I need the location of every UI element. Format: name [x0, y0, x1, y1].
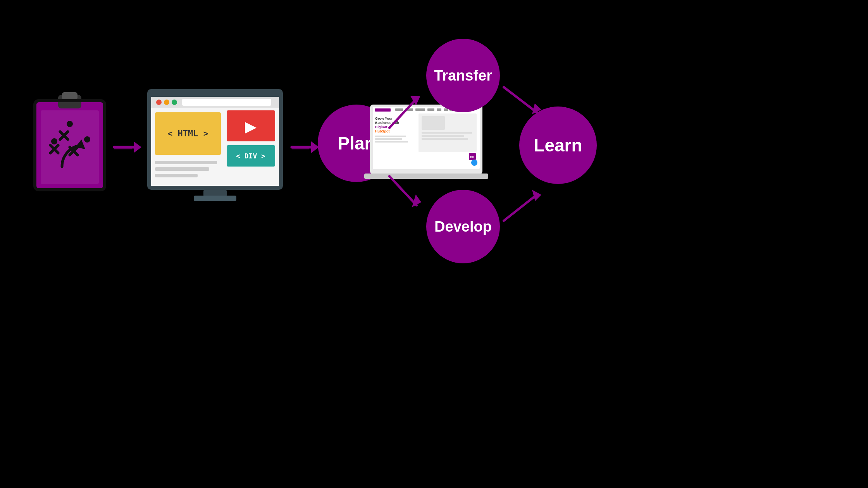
svg-rect-44	[437, 108, 441, 111]
arrow-transfer-to-learn	[498, 76, 548, 122]
svg-marker-67	[532, 190, 541, 201]
svg-rect-17	[194, 196, 236, 201]
arrow-develop-to-learn	[498, 184, 548, 230]
svg-rect-54	[375, 138, 402, 140]
develop-label: Develop	[434, 218, 492, 235]
arrow-plan-to-transfer	[382, 89, 432, 136]
svg-text:DK: DK	[470, 155, 475, 159]
svg-point-12	[67, 121, 73, 127]
clipboard-illustration	[31, 89, 108, 194]
learn-label: Learn	[534, 135, 582, 156]
arrow-1	[112, 132, 143, 163]
svg-rect-60	[422, 138, 468, 140]
arrow-plan-to-develop	[382, 167, 432, 213]
svg-text:< HTML >: < HTML >	[167, 129, 208, 138]
svg-rect-27	[155, 161, 217, 164]
svg-point-63	[471, 160, 477, 166]
monitor-illustration: < HTML > < DIV >	[143, 85, 287, 209]
svg-point-13	[84, 136, 90, 143]
svg-text:< DIV >: < DIV >	[236, 152, 265, 160]
svg-rect-53	[375, 136, 406, 137]
svg-rect-29	[155, 174, 198, 177]
transfer-label: Transfer	[434, 67, 492, 84]
svg-point-21	[156, 100, 162, 105]
arrow-2	[290, 132, 321, 163]
transfer-circle: Transfer	[426, 39, 500, 112]
svg-point-23	[172, 100, 177, 105]
svg-rect-55	[375, 141, 408, 143]
svg-point-22	[164, 100, 169, 105]
svg-rect-2	[62, 92, 78, 100]
svg-rect-24	[182, 99, 271, 106]
svg-rect-28	[155, 167, 209, 171]
develop-circle: Develop	[426, 190, 500, 263]
main-scene: < HTML > < DIV > Plan	[0, 0, 868, 488]
svg-point-14	[51, 138, 57, 144]
svg-marker-15	[134, 141, 141, 153]
